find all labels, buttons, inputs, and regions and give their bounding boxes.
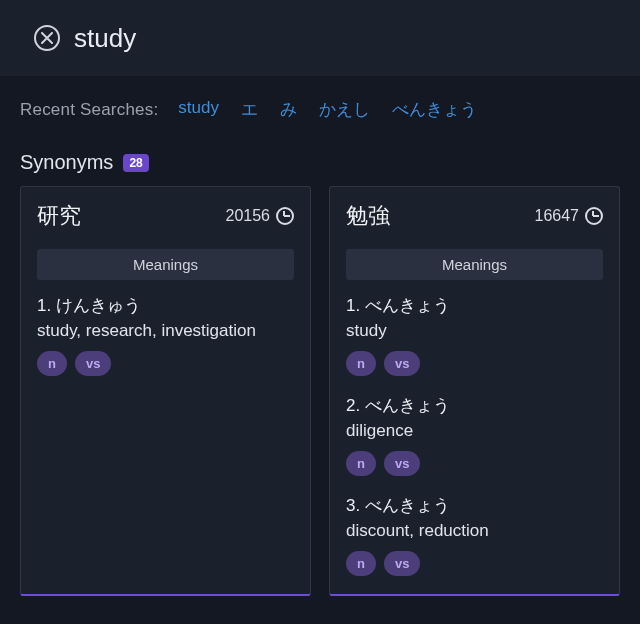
meaning-gloss: study	[346, 321, 603, 341]
recent-item[interactable]: エ	[241, 98, 258, 121]
meanings-tab[interactable]: Meanings	[346, 249, 603, 280]
recent-item[interactable]: み	[280, 98, 297, 121]
pos-tags: n vs	[346, 351, 603, 376]
pos-tag-n: n	[346, 551, 376, 576]
close-icon	[41, 32, 53, 44]
frequency-value: 16647	[535, 207, 580, 225]
recent-item[interactable]: study	[178, 98, 219, 121]
pos-tag-n: n	[346, 451, 376, 476]
pos-tag-vs: vs	[75, 351, 111, 376]
meaning-gloss: discount, reduction	[346, 521, 603, 541]
recent-item[interactable]: べんきょう	[392, 98, 477, 121]
meanings-tab[interactable]: Meanings	[37, 249, 294, 280]
meaning-reading: 1. けんきゅう	[37, 294, 294, 317]
pos-tag-n: n	[346, 351, 376, 376]
meaning-item: 3. べんきょう discount, reduction n vs	[346, 494, 603, 576]
synonym-card[interactable]: 研究 20156 Meanings 1. けんきゅう study, resear…	[20, 186, 311, 596]
meaning-reading: 3. べんきょう	[346, 494, 603, 517]
search-bar	[0, 0, 640, 76]
pos-tags: n vs	[37, 351, 294, 376]
meaning-item: 1. べんきょう study n vs	[346, 294, 603, 376]
headword: 勉強	[346, 201, 390, 231]
frequency: 20156	[226, 207, 295, 225]
meaning-item: 1. けんきゅう study, research, investigation …	[37, 294, 294, 376]
recent-searches-row: Recent Searches: study エ み かえし べんきょう	[0, 76, 640, 121]
pos-tag-vs: vs	[384, 351, 420, 376]
pos-tags: n vs	[346, 551, 603, 576]
clock-icon	[276, 207, 294, 225]
meanings-list: 1. べんきょう study n vs 2. べんきょう diligence n…	[346, 294, 603, 576]
pos-tag-vs: vs	[384, 451, 420, 476]
frequency-value: 20156	[226, 207, 271, 225]
recent-item[interactable]: かえし	[319, 98, 370, 121]
pos-tag-n: n	[37, 351, 67, 376]
synonym-card[interactable]: 勉強 16647 Meanings 1. べんきょう study n vs 2.…	[329, 186, 620, 596]
recent-searches-list: study エ み かえし べんきょう	[178, 98, 477, 121]
headword: 研究	[37, 201, 81, 231]
search-input[interactable]	[74, 23, 620, 54]
clear-search-button[interactable]	[34, 25, 60, 51]
pos-tag-vs: vs	[384, 551, 420, 576]
meanings-list: 1. けんきゅう study, research, investigation …	[37, 294, 294, 376]
synonyms-count-badge: 28	[123, 154, 148, 172]
card-header: 研究 20156	[37, 201, 294, 231]
meaning-gloss: study, research, investigation	[37, 321, 294, 341]
pos-tags: n vs	[346, 451, 603, 476]
clock-icon	[585, 207, 603, 225]
section-title: Synonyms	[20, 151, 113, 174]
synonym-cards: 研究 20156 Meanings 1. けんきゅう study, resear…	[0, 186, 640, 596]
meaning-reading: 1. べんきょう	[346, 294, 603, 317]
meaning-item: 2. べんきょう diligence n vs	[346, 394, 603, 476]
synonyms-section-header: Synonyms 28	[0, 121, 640, 186]
card-header: 勉強 16647	[346, 201, 603, 231]
meaning-reading: 2. べんきょう	[346, 394, 603, 417]
frequency: 16647	[535, 207, 604, 225]
meaning-gloss: diligence	[346, 421, 603, 441]
recent-searches-label: Recent Searches:	[20, 100, 158, 120]
